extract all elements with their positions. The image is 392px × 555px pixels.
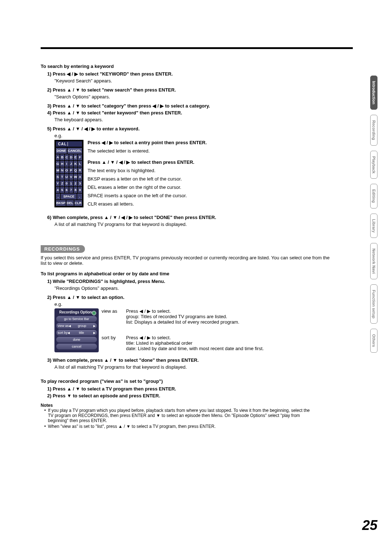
section-tabs: Introduction Recording Playback Editing … bbox=[370, 76, 378, 358]
kb-key-d[interactable]: D bbox=[69, 154, 73, 160]
tab-library[interactable]: Library bbox=[370, 214, 377, 238]
list-heading: To list programs in alphabetical order o… bbox=[41, 271, 313, 276]
kb-key-g[interactable]: G bbox=[56, 161, 60, 167]
kb-bksp[interactable]: BKSP bbox=[56, 200, 66, 206]
kb-key-m[interactable]: M bbox=[56, 167, 60, 173]
step-5: 5) Press ▲ / ▼ / ◀ / ▶ to enter a keywor… bbox=[47, 126, 313, 131]
kb-key-3[interactable]: 3 bbox=[78, 181, 82, 186]
ro-viewas-group: group: Titles of recorded TV programs ar… bbox=[126, 314, 239, 319]
kb-key-l[interactable]: L bbox=[78, 161, 82, 167]
kb-key-q[interactable]: Q bbox=[74, 167, 77, 173]
kb-key-h[interactable]: H bbox=[60, 161, 64, 167]
play-step-2: 2) Press ▼ to select an episode and pres… bbox=[47, 393, 313, 398]
kb-key-v[interactable]: V bbox=[69, 174, 73, 180]
ro-viewas-press: Press ◀ / ▶ to select. bbox=[126, 308, 239, 314]
kb-space[interactable]: SPACE bbox=[61, 194, 77, 199]
kb-help-clr: CLR erases all letters. bbox=[87, 201, 207, 207]
kb-key-7[interactable]: 7 bbox=[69, 187, 73, 193]
page-number: 25 bbox=[362, 518, 377, 533]
kb-key-y[interactable]: Y bbox=[56, 181, 60, 186]
kb-comma[interactable]: , bbox=[56, 194, 60, 199]
kb-key-u[interactable]: U bbox=[65, 174, 68, 180]
kb-help-bksp: BKSP erases a letter on the left of the … bbox=[87, 176, 207, 182]
kb-key-4[interactable]: 4 bbox=[56, 187, 60, 193]
note-1: If you play a TV program which you playe… bbox=[44, 408, 313, 423]
kb-key-t[interactable]: T bbox=[60, 174, 64, 180]
rec-step-3-sub: A list of all matching TV programs for t… bbox=[54, 364, 313, 370]
kb-key-b[interactable]: B bbox=[60, 154, 64, 160]
tab-introduction[interactable]: Introduction bbox=[370, 76, 377, 110]
tab-function-setup[interactable]: Function setup bbox=[370, 284, 377, 324]
rec-step-1: 1) While "RECORDINGS" is highlighted, pr… bbox=[47, 279, 313, 284]
kb-done[interactable]: DONE bbox=[56, 148, 67, 154]
page-content: To search by entering a keyword 1) Press… bbox=[41, 64, 313, 430]
kb-period[interactable]: . bbox=[77, 194, 82, 199]
kb-key-0[interactable]: 0 bbox=[65, 181, 69, 186]
step-1: 1) Press ◀ / ▶ to select "KEYWORD" then … bbox=[47, 71, 313, 77]
ro-viewas-list: list: Displays a detailed list of every … bbox=[126, 319, 239, 325]
notes-list: If you play a TV program which you playe… bbox=[44, 408, 313, 429]
kb-key-o[interactable]: O bbox=[65, 167, 69, 173]
kb-help-del: DEL erases a letter on the right of the … bbox=[87, 185, 207, 190]
step-4: 4) Press ▲ / ▼ to select "enter keyword"… bbox=[47, 110, 313, 116]
ro-service-bar[interactable]: go to Service Bar bbox=[56, 316, 97, 322]
rec-step-1-sub: "Recordings Options" appears. bbox=[54, 285, 313, 291]
ro-sortby-press: Press ◀ / ▶ to select. bbox=[126, 335, 264, 340]
keyboard-help: Press ◀ / ▶ to select a entry point then… bbox=[87, 140, 207, 210]
kb-clr[interactable]: CLR bbox=[74, 200, 82, 206]
kb-key-k[interactable]: K bbox=[74, 161, 77, 167]
kb-key-6[interactable]: 6 bbox=[65, 187, 69, 193]
rec-step-3: 3) When complete, press ▲ / ▼ to select … bbox=[47, 357, 313, 363]
kb-del[interactable]: DEL bbox=[66, 200, 74, 206]
kb-key-s[interactable]: S bbox=[56, 174, 60, 180]
kb-help-space: SPACE inserts a space on the left of the… bbox=[87, 193, 207, 198]
rec-step-2: 2) Press ▲ / ▼ to select an option. bbox=[47, 295, 313, 300]
recordings-intro: If you select this service and press ENT… bbox=[41, 255, 331, 266]
keyboard-figure: CAL DONE CANCEL ABCDEFGHIJKLMNOPQRSTUVWX… bbox=[54, 140, 313, 210]
kb-key-p[interactable]: P bbox=[69, 167, 73, 173]
ro-sortby-date: date: Listed by date and time, with most… bbox=[126, 346, 264, 351]
recordings-options-figure: Recordings Options go to Service Bar vie… bbox=[54, 308, 313, 352]
kb-key-8[interactable]: 8 bbox=[74, 187, 77, 193]
tab-playback[interactable]: Playback bbox=[370, 151, 377, 179]
ro-sortby-title: title: Listed in alphabetical order bbox=[126, 340, 264, 346]
play-heading: To play recorded program ("view as" is s… bbox=[41, 378, 313, 384]
ro-done[interactable]: done bbox=[56, 337, 97, 343]
ro-title: Recordings Options bbox=[56, 310, 97, 314]
step-1-sub: "Keyword Search" appears. bbox=[54, 78, 313, 84]
kb-key-j[interactable]: J bbox=[69, 161, 73, 167]
ro-sort-by[interactable]: sort by◀title▶ bbox=[56, 330, 97, 336]
tab-editing[interactable]: Editing bbox=[370, 184, 377, 208]
tab-network-navi[interactable]: Network Navi bbox=[370, 243, 377, 279]
ro-viewas-label: view as bbox=[102, 308, 125, 314]
tab-others[interactable]: Others bbox=[370, 329, 377, 352]
kb-key-n[interactable]: N bbox=[60, 167, 64, 173]
step-3: 3) Press ▲ / ▼ to select "category" then… bbox=[47, 103, 313, 109]
step-4-sub: The keyboard appears. bbox=[54, 117, 313, 122]
kb-key-9[interactable]: 9 bbox=[78, 187, 82, 193]
kb-help-entry-t: The selected letter is entered. bbox=[87, 148, 207, 154]
ro-cancel[interactable]: cancel bbox=[56, 344, 97, 349]
kb-cancel[interactable]: CANCEL bbox=[68, 148, 82, 154]
rec-eg: e.g. bbox=[54, 301, 313, 307]
kb-key-5[interactable]: 5 bbox=[60, 187, 64, 193]
ro-sortby-label: sort by bbox=[102, 335, 125, 340]
kb-key-1[interactable]: 1 bbox=[69, 181, 73, 186]
step-2-sub: "Search Options" appears. bbox=[54, 94, 313, 100]
kb-key-e[interactable]: E bbox=[74, 154, 77, 160]
kb-key-c[interactable]: C bbox=[65, 154, 69, 160]
step-6: 6) When complete, press ▲ / ▼ / ◀ / ▶ to… bbox=[47, 215, 313, 220]
kb-key-r[interactable]: R bbox=[78, 167, 82, 173]
kb-key-z[interactable]: Z bbox=[60, 181, 64, 186]
eg-label: e.g. bbox=[54, 133, 313, 138]
kb-key-x[interactable]: X bbox=[78, 174, 82, 180]
kb-key-i[interactable]: I bbox=[65, 161, 69, 167]
kb-key-f[interactable]: F bbox=[78, 154, 82, 160]
kb-key-a[interactable]: A bbox=[56, 154, 60, 160]
recordings-options-help: view as Press ◀ / ▶ to select. group: Ti… bbox=[102, 308, 264, 351]
kb-key-2[interactable]: 2 bbox=[74, 181, 77, 186]
tab-recording[interactable]: Recording bbox=[370, 115, 377, 145]
onscreen-keyboard: CAL DONE CANCEL ABCDEFGHIJKLMNOPQRSTUVWX… bbox=[54, 140, 83, 207]
kb-key-w[interactable]: W bbox=[74, 174, 78, 180]
ro-view-as[interactable]: view as◀group▶ bbox=[56, 323, 97, 329]
